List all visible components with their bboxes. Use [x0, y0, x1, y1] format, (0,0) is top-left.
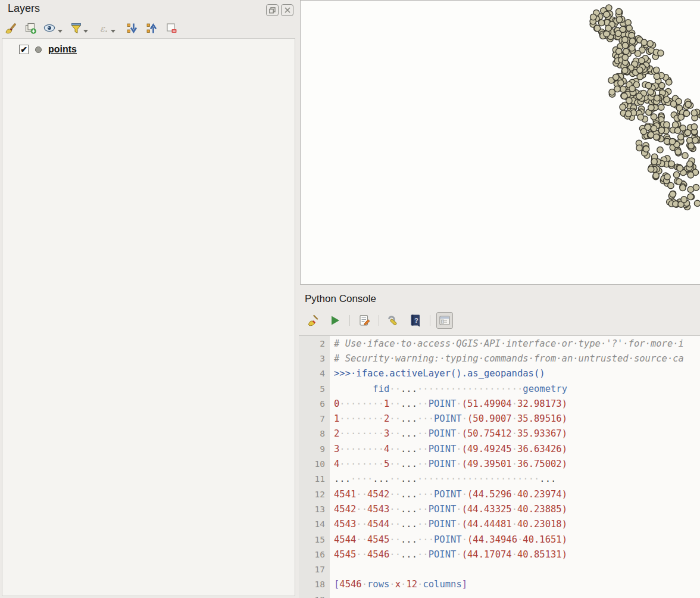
console-line: 124541··4542··...···POINT·(44.5296·40.23…: [299, 487, 700, 502]
console-line: 93········4··...··POINT·(49.49245·36.634…: [299, 441, 700, 456]
line-number: 5: [299, 381, 330, 396]
console-line: 144543··4544··...··POINT·(44.44481·40.23…: [299, 517, 700, 532]
line-number: 9: [299, 441, 330, 456]
run-command-icon[interactable]: [327, 312, 343, 329]
line-number: 3: [299, 351, 330, 366]
console-output[interactable]: 2# Use·iface·to·access·QGIS·API·interfac…: [299, 335, 700, 598]
line-number: 8: [299, 426, 330, 441]
layer-visibility-checkbox[interactable]: ✔: [19, 45, 29, 54]
layer-name[interactable]: points: [48, 44, 77, 55]
chevron-down-icon: [58, 30, 62, 33]
console-line: 60········1··...··POINT·(51.49904·32.981…: [299, 396, 700, 411]
console-line: 5 fid··...···················geometry: [299, 381, 700, 396]
close-panel-icon[interactable]: [281, 4, 293, 16]
add-group-icon[interactable]: [24, 21, 38, 35]
python-console-panel: Python Console: [298, 285, 700, 598]
console-line: 2# Use·iface·to·access·QGIS·API·interfac…: [299, 336, 700, 351]
expand-all-icon[interactable]: [126, 21, 139, 35]
toolbar-separator: [430, 315, 430, 326]
console-line: 164545··4546··...··POINT·(44.17074·40.85…: [299, 547, 700, 562]
options-wrench-icon[interactable]: [385, 312, 402, 329]
layers-panel: Layers: [0, 0, 298, 598]
filter-expression-icon[interactable]: ε: [98, 21, 120, 35]
line-number: 18: [299, 577, 330, 592]
console-line: 11...····...··...······················.…: [299, 472, 700, 487]
line-number: 19: [299, 592, 330, 598]
toolbar-separator: [349, 315, 350, 326]
line-number: 4: [299, 366, 330, 381]
float-panel-icon[interactable]: [266, 4, 279, 16]
console-line: 82········3··...··POINT·(50.75412·35.933…: [299, 426, 700, 441]
console-line: 3# Security·warning:·typing·commands·fro…: [299, 351, 700, 366]
line-number: 10: [299, 456, 330, 471]
layers-panel-header: Layers: [0, 0, 298, 18]
line-number: 15: [299, 532, 330, 547]
map-points-layer: [301, 1, 700, 284]
dock-toggle-icon[interactable]: [436, 312, 453, 329]
remove-layer-icon[interactable]: [165, 21, 179, 35]
point-symbol-icon: [35, 46, 42, 53]
console-line: 71········2··...···POINT·(50.9007·35.895…: [299, 411, 700, 426]
svg-text:?: ?: [414, 317, 418, 324]
filter-legend-funnel-icon[interactable]: [71, 21, 92, 35]
layer-tree: ✔ points: [2, 38, 295, 596]
map-canvas[interactable]: [300, 0, 700, 285]
line-number: 11: [299, 472, 330, 487]
layers-panel-title: Layers: [8, 2, 40, 15]
line-number: 7: [299, 411, 330, 426]
console-line: 17: [299, 562, 700, 577]
line-number: 12: [299, 487, 330, 502]
layer-item-points[interactable]: ✔ points: [19, 44, 295, 55]
show-editor-icon[interactable]: [356, 312, 373, 329]
python-console-title: Python Console: [305, 293, 376, 305]
line-number: 2: [299, 336, 330, 351]
line-number: 13: [299, 502, 330, 516]
help-book-icon[interactable]: ?: [407, 312, 424, 329]
console-line: 18[4546·rows·x·12·columns]: [299, 577, 700, 592]
map-themes-eye-icon[interactable]: [43, 21, 65, 35]
console-line: 104········5··...··POINT·(49.39501·36.75…: [299, 456, 700, 471]
console-line: 4>>>·iface.activeLayer().as_geopandas(): [299, 366, 700, 381]
clear-console-broom-icon[interactable]: [305, 312, 321, 329]
layers-toolbar: ε: [4, 20, 179, 36]
chevron-down-icon: [83, 30, 88, 33]
console-line: 19: [299, 592, 700, 598]
line-number: 6: [299, 396, 330, 411]
console-line: 134542··4543··...··POINT·(44.43325·40.23…: [299, 502, 700, 516]
chevron-down-icon: [111, 30, 115, 33]
console-line: 154544··4545··...···POINT·(44.34946·40.1…: [299, 532, 700, 547]
line-number: 16: [299, 547, 330, 562]
svg-text:ε: ε: [100, 23, 105, 34]
line-number: 17: [299, 562, 330, 577]
collapse-all-icon[interactable]: [145, 21, 159, 35]
line-number: 14: [299, 517, 330, 532]
toolbar-separator: [379, 315, 379, 326]
layer-styling-brush-icon[interactable]: [4, 21, 18, 35]
python-console-toolbar: ?: [305, 310, 453, 331]
